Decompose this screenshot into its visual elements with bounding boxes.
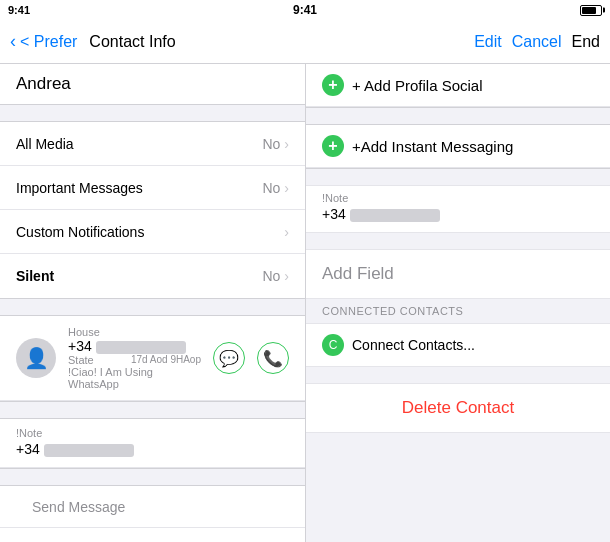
nav-left[interactable]: ‹ < Prefer Contact Info — [10, 31, 176, 52]
time-center: 9:41 — [293, 3, 317, 17]
important-messages-value: No › — [262, 180, 289, 196]
connect-contacts-label: Connect Contacts... — [352, 337, 475, 353]
connect-contacts-row[interactable]: C Connect Contacts... — [306, 323, 610, 367]
contact-name: ‌Andrea — [16, 74, 71, 93]
add-field-label: Add Field — [322, 264, 394, 283]
right-note-value: +34 — [306, 204, 610, 232]
avatar-icon: 👤 — [24, 346, 49, 370]
nav-right: Edit Cancel End — [474, 33, 600, 51]
important-messages-row[interactable]: Important Messages No › — [0, 166, 305, 210]
add-social-row[interactable]: + + Add Profila Social — [306, 64, 610, 107]
house-label: House — [68, 326, 201, 338]
delete-contact-row[interactable]: Delete Contact — [306, 383, 610, 433]
status-right — [580, 5, 602, 16]
action-section: Send Message Send Chat Via Email Cancell… — [0, 485, 305, 542]
nav-title: Contact Info — [89, 33, 175, 51]
contact-name-section: ‌Andrea — [0, 64, 305, 105]
silent-label: Silent — [16, 268, 54, 284]
house-phone: +34 — [68, 338, 201, 354]
send-chat-email-row[interactable]: Send Chat Via Email — [0, 528, 305, 542]
cancel-button[interactable]: Cancel — [512, 33, 562, 51]
right-note-blurred — [350, 209, 440, 222]
battery-icon — [580, 5, 602, 16]
note-blurred — [44, 444, 134, 457]
custom-notifications-row[interactable]: Custom Notifications › — [0, 210, 305, 254]
state-label: State 17d Aod 9HAop — [68, 354, 201, 366]
add-messaging-row[interactable]: + +Add Instant Messaging — [306, 125, 610, 168]
split-layout: ‌Andrea All Media No › Important Message… — [0, 64, 610, 542]
left-panel: ‌Andrea All Media No › Important Message… — [0, 64, 305, 542]
connect-icon: C — [322, 334, 344, 356]
note-row: !Note +34 — [0, 419, 305, 468]
contact-card: 👤 House +34 State 17d Aod 9HAop !Ciao! I… — [0, 316, 305, 401]
right-note-section: !Note +34 — [306, 185, 610, 233]
custom-notifications-value: › — [284, 224, 289, 240]
status-bar: 9:41 9:41 — [0, 0, 610, 20]
add-messaging-label: +Add Instant Messaging — [352, 138, 513, 155]
contact-card-section: 👤 House +34 State 17d Aod 9HAop !Ciao! I… — [0, 315, 305, 402]
add-social-icon: + — [322, 74, 344, 96]
nav-bar: ‹ < Prefer Contact Info Edit Cancel End — [0, 20, 610, 64]
all-media-value: No › — [262, 136, 289, 152]
add-social-section: + + Add Profila Social — [306, 64, 610, 108]
whatsapp-icon[interactable]: 💬 — [213, 342, 245, 374]
state-time: 17d Aod 9HAop — [131, 354, 201, 365]
silent-value: No › — [262, 268, 289, 284]
settings-section: All Media No › Important Messages No › C… — [0, 121, 305, 299]
add-field-row[interactable]: Add Field — [306, 249, 610, 299]
custom-notifications-label: Custom Notifications — [16, 224, 144, 240]
note-value: +34 — [16, 441, 289, 457]
add-messaging-section: + +Add Instant Messaging — [306, 124, 610, 169]
phone-blurred — [96, 341, 186, 354]
connected-contacts-header: CONNECTED CONTACTS — [306, 299, 610, 323]
important-messages-label: Important Messages — [16, 180, 143, 196]
state-message: !Ciao! I Am Using WhatsApp — [68, 366, 201, 390]
send-message-label: Send Message — [16, 487, 141, 528]
all-media-label: All Media — [16, 136, 74, 152]
note-section: !Note +34 — [0, 418, 305, 469]
chevron-icon-2: › — [284, 180, 289, 196]
right-panel: + + Add Profila Social + +Add Instant Me… — [305, 64, 610, 542]
add-messaging-icon: + — [322, 135, 344, 157]
avatar: 👤 — [16, 338, 56, 378]
call-icon: 📞 — [263, 349, 283, 368]
chat-icon: 💬 — [219, 349, 239, 368]
send-message-row[interactable]: Send Message — [0, 486, 305, 528]
status-center: 9:41 — [293, 3, 317, 17]
silent-row[interactable]: Silent No › — [0, 254, 305, 298]
chevron-icon-3: › — [284, 224, 289, 240]
contact-info-block: House +34 State 17d Aod 9HAop !Ciao! I A… — [68, 326, 201, 390]
chevron-icon: › — [284, 136, 289, 152]
right-note-label: !Note — [306, 186, 610, 204]
note-label: !Note — [16, 427, 289, 439]
end-button[interactable]: End — [572, 33, 600, 51]
back-chevron-icon: ‹ — [10, 31, 16, 52]
time-left: 9:41 — [8, 4, 30, 16]
add-social-label: + Add Profila Social — [352, 77, 483, 94]
edit-button[interactable]: Edit — [474, 33, 502, 51]
back-label[interactable]: < Prefer — [20, 33, 77, 51]
phone-icon[interactable]: 📞 — [257, 342, 289, 374]
contact-actions: 💬 📞 — [213, 342, 289, 374]
delete-contact-label: Delete Contact — [402, 398, 514, 417]
all-media-row[interactable]: All Media No › — [0, 122, 305, 166]
status-left: 9:41 — [8, 4, 30, 16]
chevron-icon-4: › — [284, 268, 289, 284]
